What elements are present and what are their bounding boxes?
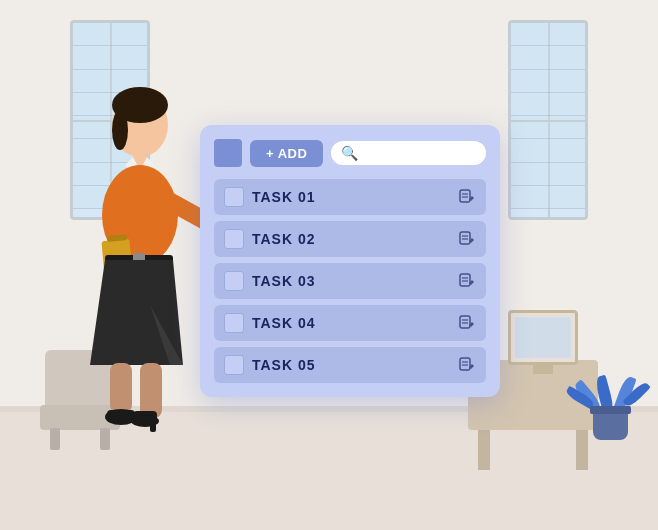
svg-rect-25 [460, 232, 470, 244]
svg-rect-15 [110, 363, 132, 413]
task-05-label: TASK 05 [252, 357, 450, 373]
task-03-checkbox[interactable] [224, 271, 244, 291]
svg-rect-28 [460, 274, 470, 286]
task-05-checkbox[interactable] [224, 355, 244, 375]
task-02-checkbox[interactable] [224, 229, 244, 249]
task-04-checkbox[interactable] [224, 313, 244, 333]
plant [593, 410, 628, 440]
task-03-label: TASK 03 [252, 273, 450, 289]
monitor-screen [515, 317, 571, 358]
monitor-stand [533, 362, 553, 374]
svg-rect-22 [460, 190, 470, 202]
svg-rect-18 [107, 410, 135, 422]
task-01-label: TASK 01 [252, 189, 450, 205]
task-01-checkbox[interactable] [224, 187, 244, 207]
add-button[interactable]: + ADD [250, 140, 323, 167]
task-03-edit-icon[interactable] [458, 272, 476, 290]
window-right-blinds [511, 23, 585, 217]
plant-leaves [588, 345, 633, 415]
svg-point-2 [112, 110, 128, 150]
monitor [508, 310, 578, 365]
task-row[interactable]: TASK 01 [214, 179, 486, 215]
desk-leg-left [478, 430, 490, 470]
header-checkbox[interactable] [214, 139, 242, 167]
task-panel: + ADD 🔍 TASK 01 [200, 125, 500, 397]
task-01-edit-icon[interactable] [458, 188, 476, 206]
window-right [508, 20, 588, 220]
desk-leg-right [576, 430, 588, 470]
chair-leg-left [50, 428, 60, 450]
task-row[interactable]: TASK 05 [214, 347, 486, 383]
task-02-label: TASK 02 [252, 231, 450, 247]
task-list: TASK 01 TASK 02 [214, 179, 486, 383]
task-05-edit-icon[interactable] [458, 356, 476, 374]
task-04-edit-icon[interactable] [458, 314, 476, 332]
search-icon: 🔍 [341, 145, 358, 161]
task-row[interactable]: TASK 04 [214, 305, 486, 341]
svg-rect-34 [460, 358, 470, 370]
search-bar[interactable]: 🔍 [331, 141, 486, 165]
svg-rect-16 [140, 363, 162, 418]
room-background: + ADD 🔍 TASK 01 [0, 0, 658, 530]
task-02-edit-icon[interactable] [458, 230, 476, 248]
plant-pot [593, 410, 628, 440]
svg-rect-31 [460, 316, 470, 328]
task-04-label: TASK 04 [252, 315, 450, 331]
task-row[interactable]: TASK 03 [214, 263, 486, 299]
svg-point-21 [131, 415, 159, 427]
task-row[interactable]: TASK 02 [214, 221, 486, 257]
panel-header: + ADD 🔍 [214, 139, 486, 167]
